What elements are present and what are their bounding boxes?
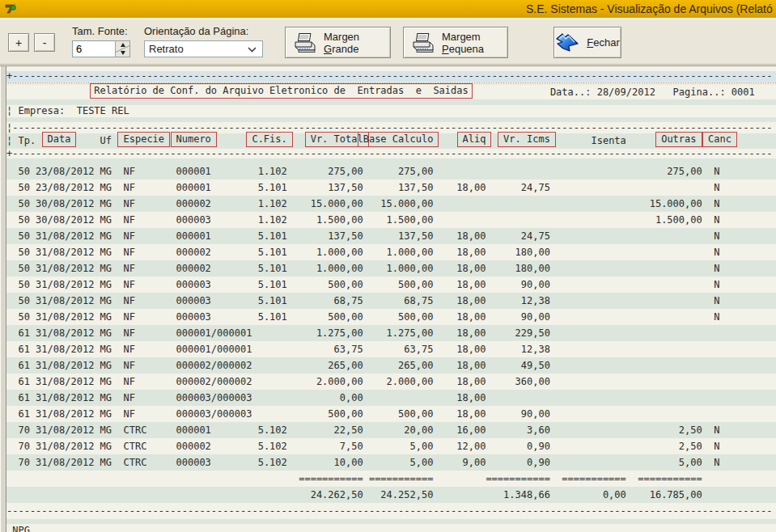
cell-outras: 2,50 — [679, 438, 702, 454]
cell-especie: NF — [123, 244, 134, 260]
cell-uf: MG — [100, 406, 112, 422]
cell-data: 31/08/2012 — [36, 374, 94, 390]
cell-tp: 50 — [18, 196, 29, 212]
cell-uf: MG — [100, 212, 112, 228]
column-header-icms: Vr. Icms — [498, 132, 556, 147]
printer-icon — [412, 32, 436, 53]
report-text: ¦ — [6, 105, 12, 117]
report-line: ========================================… — [0, 471, 776, 487]
chevron-down-icon — [248, 47, 257, 53]
company-label: Empresa: — [18, 105, 65, 117]
totals-separator: =========== — [638, 471, 702, 487]
report-line — [0, 99, 776, 105]
cell-numero: 000003 — [176, 309, 211, 325]
cell-base: 2.000,00 — [387, 374, 434, 390]
cell-tp: 50 — [18, 277, 29, 293]
table-row: 5031/08/2012MGNF0000035.101500,00500,001… — [0, 277, 776, 293]
cell-numero: 000001 — [176, 228, 211, 244]
cell-icms: 24,75 — [521, 179, 550, 196]
column-header-tp: Tp. — [18, 133, 36, 149]
table-row: 7031/08/2012MGCTRC0000015.10222,5020,001… — [0, 422, 776, 438]
cell-uf: MG — [100, 228, 112, 244]
zoom-out-button[interactable]: - — [34, 33, 55, 52]
cell-cfis: 1.102 — [258, 212, 287, 228]
cell-vr_total: 22,50 — [334, 422, 363, 438]
cell-data: 31/08/2012 — [36, 422, 94, 438]
cell-uf: MG — [100, 341, 112, 357]
cell-data: 23/08/2012 — [36, 179, 94, 196]
orientation-select[interactable]: Retrato — [144, 40, 263, 57]
cell-especie: NF — [123, 309, 134, 325]
toolbar: + - Tam. Fonte: Orientação da Página: Re… — [0, 19, 776, 65]
cell-numero: 000002 — [176, 196, 211, 212]
cell-outras: 275,00 — [667, 163, 702, 179]
cell-data: 31/08/2012 — [36, 309, 94, 325]
font-size-spinner[interactable] — [115, 41, 129, 57]
total-isenta: 0,00 — [603, 487, 626, 503]
column-header-uf: Uf — [100, 133, 112, 149]
cell-uf: MG — [100, 357, 112, 374]
cell-aliq: 18,00 — [456, 406, 486, 422]
column-header-canc: Canc — [702, 132, 737, 147]
cell-canc: N — [714, 196, 719, 212]
column-header-isenta: Isenta — [591, 133, 625, 149]
margin-large-label: Margen Grande — [324, 31, 382, 55]
cell-especie: CTRC — [123, 454, 146, 471]
cell-data: 31/08/2012 — [36, 357, 94, 374]
margin-small-button[interactable]: Margem Pequena — [403, 27, 508, 58]
report-line: ----------------------------------------… — [0, 503, 776, 519]
zoom-in-button[interactable]: + — [8, 33, 29, 52]
column-header-outras: Outras — [655, 132, 702, 147]
close-button[interactable]: Fechar — [553, 27, 621, 58]
cell-vr_total: 500,00 — [328, 406, 363, 422]
table-row: 5031/08/2012MGNF0000015.101137,50137,501… — [0, 228, 776, 244]
cell-vr_total: 500,00 — [328, 309, 363, 325]
cell-canc: N — [714, 293, 719, 309]
font-size-field — [72, 40, 130, 57]
column-header-aliq: Aliq — [457, 132, 492, 147]
cell-tp: 61 — [18, 325, 29, 341]
table-row: 6131/08/2012MGNF000003/000003500,00500,0… — [0, 406, 776, 422]
table-row: 7031/08/2012MGCTRC0000025.1027,505,0012,… — [0, 438, 776, 454]
cell-icms: 0,90 — [527, 438, 550, 454]
spinner-down-icon[interactable] — [116, 49, 130, 57]
cell-uf: MG — [100, 374, 112, 390]
font-size-input[interactable] — [73, 41, 115, 57]
cell-uf: MG — [100, 454, 112, 471]
margin-small-label: Margem Pequena — [442, 31, 499, 55]
report-text: ¦ — [6, 133, 12, 149]
margin-large-button[interactable]: Margen Grande — [285, 27, 391, 58]
cell-data: 31/08/2012 — [36, 244, 94, 260]
table-row: 6131/08/2012MGNF000002/000002265,00265,0… — [0, 357, 776, 374]
cell-canc: N — [714, 228, 719, 244]
table-row: 5030/08/2012MGNF0000031.1021.500,001.500… — [0, 212, 776, 228]
cell-vr_total: 1.000,00 — [316, 260, 363, 277]
cell-aliq: 16,00 — [456, 422, 486, 438]
column-header-numero: Numero — [171, 132, 217, 147]
cell-tp: 50 — [18, 260, 29, 277]
table-row: 5023/08/2012MGNF0000011.102275,00275,002… — [0, 163, 776, 179]
cell-tp: 61 — [18, 406, 29, 422]
cell-vr_total: 7,50 — [340, 438, 363, 454]
cell-icms: 3,60 — [527, 422, 550, 438]
cell-base: 137,50 — [398, 228, 433, 244]
column-header-base: Base Calculo — [358, 132, 439, 147]
report-line: +---------------------------------------… — [0, 71, 776, 82]
cell-base: 15.000,00 — [380, 196, 433, 212]
cell-data: 30/08/2012 — [36, 212, 94, 228]
cell-tp: 70 — [18, 438, 29, 454]
report-viewport[interactable]: +---------------------------------------… — [0, 65, 776, 532]
cell-vr_total: 137,50 — [328, 179, 363, 196]
cell-cfis: 5.101 — [258, 293, 287, 309]
cell-numero: 000003 — [176, 293, 211, 309]
cell-icms: 229,50 — [515, 325, 550, 341]
cell-tp: 61 — [18, 390, 29, 406]
cell-base: 275,00 — [398, 163, 433, 179]
cell-tp: 50 — [18, 244, 29, 260]
cell-icms: 12,38 — [521, 293, 550, 309]
table-row: 5031/08/2012MGNF0000025.1011.000,001.000… — [0, 244, 776, 260]
close-arrow-icon — [555, 32, 581, 53]
cell-tp: 50 — [18, 309, 29, 325]
cell-outras: 2,50 — [679, 422, 702, 438]
total-outras: 16.785,00 — [650, 487, 702, 503]
